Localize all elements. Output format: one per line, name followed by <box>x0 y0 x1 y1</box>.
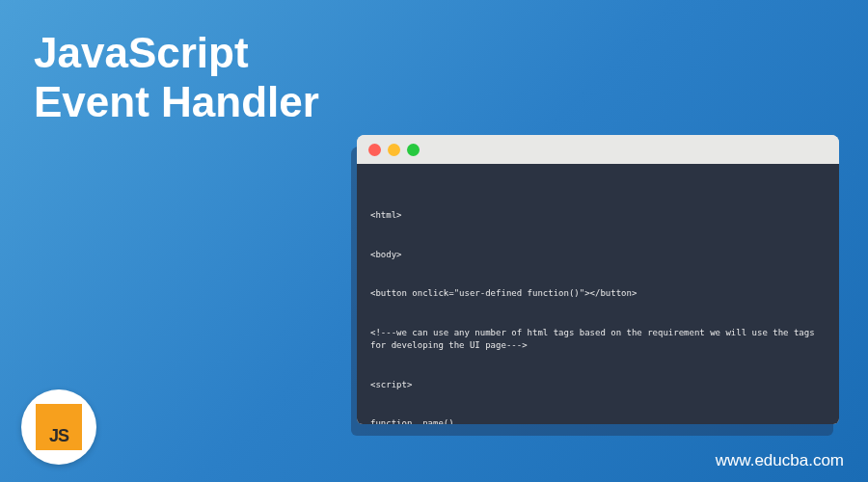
code-line: function name() <box>370 417 826 424</box>
maximize-icon <box>407 144 420 156</box>
logo-badge: JS <box>21 389 96 465</box>
code-window: <html> <body> <button onclick="user-defi… <box>357 135 839 424</box>
code-line: <button onclick="user-defined function()… <box>370 287 826 301</box>
close-icon <box>368 144 381 156</box>
code-content: <html> <body> <button onclick="user-defi… <box>357 164 839 424</box>
code-line: <!---we can use any number of html tags … <box>370 327 826 353</box>
logo-label: JS <box>49 426 68 446</box>
website-url: www.educba.com <box>716 451 844 470</box>
code-line: <html> <box>370 209 826 223</box>
minimize-icon <box>388 144 400 156</box>
javascript-logo-icon: JS <box>36 404 82 450</box>
window-titlebar <box>357 135 839 164</box>
code-line: <body> <box>370 249 826 262</box>
code-line: <script> <box>370 379 826 392</box>
page-title: JavaScript Event Handler <box>34 29 319 126</box>
